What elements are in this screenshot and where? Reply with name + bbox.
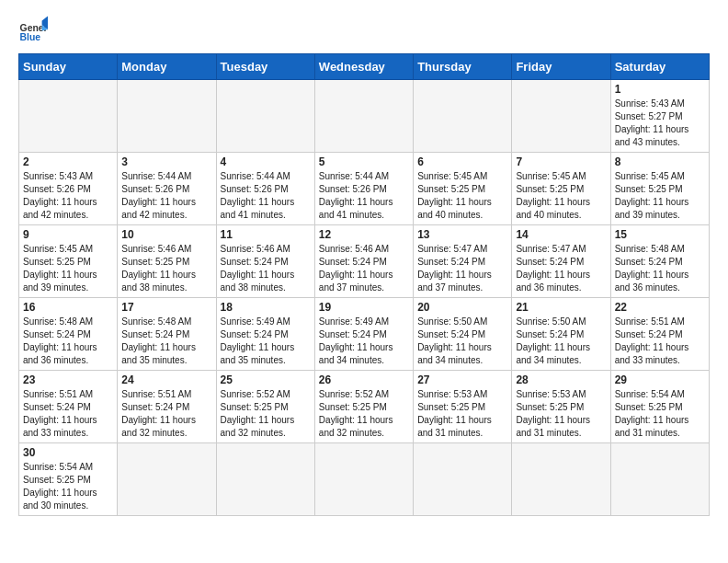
calendar-cell xyxy=(314,443,413,516)
day-info: Sunrise: 5:54 AM Sunset: 5:25 PM Dayligh… xyxy=(23,461,113,512)
day-info: Sunrise: 5:54 AM Sunset: 5:25 PM Dayligh… xyxy=(615,388,705,440)
day-number: 18 xyxy=(221,301,311,314)
day-number: 6 xyxy=(417,155,507,168)
day-info: Sunrise: 5:48 AM Sunset: 5:24 PM Dayligh… xyxy=(121,316,211,367)
day-info: Sunrise: 5:46 AM Sunset: 5:25 PM Dayligh… xyxy=(121,243,211,294)
calendar-cell xyxy=(118,80,216,153)
day-info: Sunrise: 5:51 AM Sunset: 5:24 PM Dayligh… xyxy=(121,388,211,440)
week-row-3: 9Sunrise: 5:45 AM Sunset: 5:25 PM Daylig… xyxy=(19,225,710,298)
day-info: Sunrise: 5:45 AM Sunset: 5:25 PM Dayligh… xyxy=(417,170,507,222)
calendar-cell: 28Sunrise: 5:53 AM Sunset: 5:25 PM Dayli… xyxy=(512,371,610,443)
weekday-header-monday: Monday xyxy=(118,54,216,80)
day-number: 21 xyxy=(516,301,606,314)
day-info: Sunrise: 5:45 AM Sunset: 5:25 PM Dayligh… xyxy=(615,170,705,222)
day-info: Sunrise: 5:53 AM Sunset: 5:25 PM Dayligh… xyxy=(417,388,507,440)
day-info: Sunrise: 5:45 AM Sunset: 5:25 PM Dayligh… xyxy=(516,170,606,222)
calendar-cell xyxy=(19,80,118,153)
page-header: General Blue xyxy=(18,15,710,44)
day-number: 15 xyxy=(615,228,705,241)
day-number: 26 xyxy=(319,373,409,386)
day-info: Sunrise: 5:49 AM Sunset: 5:24 PM Dayligh… xyxy=(319,316,409,367)
weekday-header-friday: Friday xyxy=(512,54,610,80)
day-info: Sunrise: 5:43 AM Sunset: 5:26 PM Dayligh… xyxy=(23,170,113,222)
day-number: 11 xyxy=(221,228,311,241)
calendar-cell: 14Sunrise: 5:47 AM Sunset: 5:24 PM Dayli… xyxy=(512,225,610,298)
calendar-cell: 20Sunrise: 5:50 AM Sunset: 5:24 PM Dayli… xyxy=(414,298,512,371)
weekday-header-thursday: Thursday xyxy=(414,54,512,80)
day-number: 16 xyxy=(23,301,113,314)
day-info: Sunrise: 5:45 AM Sunset: 5:25 PM Dayligh… xyxy=(23,243,113,294)
day-number: 4 xyxy=(221,155,311,168)
calendar-cell xyxy=(512,80,610,153)
calendar-cell: 24Sunrise: 5:51 AM Sunset: 5:24 PM Dayli… xyxy=(118,371,216,443)
day-number: 29 xyxy=(615,373,705,386)
calendar-cell: 25Sunrise: 5:52 AM Sunset: 5:25 PM Dayli… xyxy=(216,371,314,443)
day-info: Sunrise: 5:47 AM Sunset: 5:24 PM Dayligh… xyxy=(417,243,507,294)
day-number: 20 xyxy=(417,301,507,314)
calendar-cell: 3Sunrise: 5:44 AM Sunset: 5:26 PM Daylig… xyxy=(118,153,216,225)
calendar-cell: 21Sunrise: 5:50 AM Sunset: 5:24 PM Dayli… xyxy=(512,298,610,371)
calendar-cell: 12Sunrise: 5:46 AM Sunset: 5:24 PM Dayli… xyxy=(314,225,413,298)
day-number: 28 xyxy=(516,373,606,386)
day-number: 2 xyxy=(23,155,113,168)
calendar-cell: 9Sunrise: 5:45 AM Sunset: 5:25 PM Daylig… xyxy=(19,225,118,298)
week-row-6: 30Sunrise: 5:54 AM Sunset: 5:25 PM Dayli… xyxy=(19,443,710,516)
day-info: Sunrise: 5:52 AM Sunset: 5:25 PM Dayligh… xyxy=(221,388,311,440)
day-info: Sunrise: 5:46 AM Sunset: 5:24 PM Dayligh… xyxy=(221,243,311,294)
day-number: 9 xyxy=(23,228,113,241)
day-number: 3 xyxy=(121,155,211,168)
week-row-5: 23Sunrise: 5:51 AM Sunset: 5:24 PM Dayli… xyxy=(19,371,710,443)
calendar-cell: 29Sunrise: 5:54 AM Sunset: 5:25 PM Dayli… xyxy=(610,371,709,443)
day-info: Sunrise: 5:50 AM Sunset: 5:24 PM Dayligh… xyxy=(516,316,606,367)
weekday-header-tuesday: Tuesday xyxy=(216,54,314,80)
calendar-cell: 6Sunrise: 5:45 AM Sunset: 5:25 PM Daylig… xyxy=(414,153,512,225)
calendar-cell xyxy=(610,443,709,516)
day-number: 27 xyxy=(417,373,507,386)
calendar-cell: 4Sunrise: 5:44 AM Sunset: 5:26 PM Daylig… xyxy=(216,153,314,225)
day-number: 12 xyxy=(319,228,409,241)
calendar-cell: 17Sunrise: 5:48 AM Sunset: 5:24 PM Dayli… xyxy=(118,298,216,371)
week-row-1: 1Sunrise: 5:43 AM Sunset: 5:27 PM Daylig… xyxy=(19,80,710,153)
calendar-cell xyxy=(314,80,413,153)
day-number: 17 xyxy=(121,301,211,314)
day-info: Sunrise: 5:46 AM Sunset: 5:24 PM Dayligh… xyxy=(319,243,409,294)
calendar-table: SundayMondayTuesdayWednesdayThursdayFrid… xyxy=(18,53,710,516)
calendar-cell xyxy=(216,80,314,153)
calendar-cell xyxy=(512,443,610,516)
logo-icon: General Blue xyxy=(18,15,48,44)
day-info: Sunrise: 5:51 AM Sunset: 5:24 PM Dayligh… xyxy=(615,316,705,367)
calendar-cell: 10Sunrise: 5:46 AM Sunset: 5:25 PM Dayli… xyxy=(118,225,216,298)
day-info: Sunrise: 5:44 AM Sunset: 5:26 PM Dayligh… xyxy=(121,170,211,222)
calendar-cell: 8Sunrise: 5:45 AM Sunset: 5:25 PM Daylig… xyxy=(610,153,709,225)
calendar-cell: 19Sunrise: 5:49 AM Sunset: 5:24 PM Dayli… xyxy=(314,298,413,371)
day-info: Sunrise: 5:52 AM Sunset: 5:25 PM Dayligh… xyxy=(319,388,409,440)
day-info: Sunrise: 5:43 AM Sunset: 5:27 PM Dayligh… xyxy=(615,98,705,149)
calendar-cell: 30Sunrise: 5:54 AM Sunset: 5:25 PM Dayli… xyxy=(19,443,118,516)
calendar-cell: 11Sunrise: 5:46 AM Sunset: 5:24 PM Dayli… xyxy=(216,225,314,298)
calendar-cell xyxy=(216,443,314,516)
calendar-cell xyxy=(414,80,512,153)
day-number: 25 xyxy=(221,373,311,386)
day-number: 5 xyxy=(319,155,409,168)
day-number: 30 xyxy=(23,446,113,459)
day-number: 19 xyxy=(319,301,409,314)
calendar-cell: 13Sunrise: 5:47 AM Sunset: 5:24 PM Dayli… xyxy=(414,225,512,298)
calendar-cell: 26Sunrise: 5:52 AM Sunset: 5:25 PM Dayli… xyxy=(314,371,413,443)
day-number: 23 xyxy=(23,373,113,386)
day-info: Sunrise: 5:44 AM Sunset: 5:26 PM Dayligh… xyxy=(319,170,409,222)
day-number: 13 xyxy=(417,228,507,241)
day-number: 7 xyxy=(516,155,606,168)
calendar-cell: 1Sunrise: 5:43 AM Sunset: 5:27 PM Daylig… xyxy=(610,80,709,153)
weekday-header-row: SundayMondayTuesdayWednesdayThursdayFrid… xyxy=(19,54,710,80)
calendar-cell: 5Sunrise: 5:44 AM Sunset: 5:26 PM Daylig… xyxy=(314,153,413,225)
day-info: Sunrise: 5:50 AM Sunset: 5:24 PM Dayligh… xyxy=(417,316,507,367)
calendar-cell: 22Sunrise: 5:51 AM Sunset: 5:24 PM Dayli… xyxy=(610,298,709,371)
svg-text:Blue: Blue xyxy=(20,32,41,42)
day-number: 1 xyxy=(615,83,705,96)
day-info: Sunrise: 5:47 AM Sunset: 5:24 PM Dayligh… xyxy=(516,243,606,294)
calendar-cell: 16Sunrise: 5:48 AM Sunset: 5:24 PM Dayli… xyxy=(19,298,118,371)
day-number: 22 xyxy=(615,301,705,314)
day-info: Sunrise: 5:53 AM Sunset: 5:25 PM Dayligh… xyxy=(516,388,606,440)
day-number: 14 xyxy=(516,228,606,241)
day-info: Sunrise: 5:48 AM Sunset: 5:24 PM Dayligh… xyxy=(23,316,113,367)
